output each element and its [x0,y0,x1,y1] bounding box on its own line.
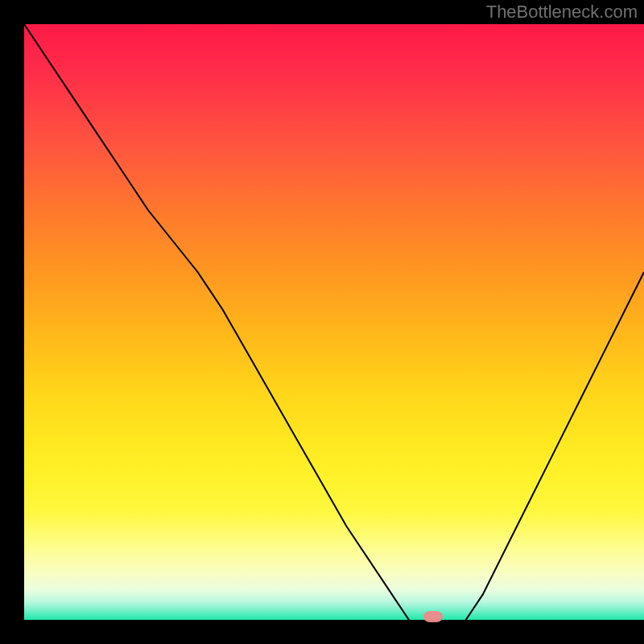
optimal-marker [423,611,443,622]
frame-left [0,24,24,620]
gradient-background [24,24,644,620]
frame-bottom [0,620,644,644]
watermark-text: TheBottleneck.com [486,2,638,23]
chart-container: TheBottleneck.com [0,0,644,644]
plot-area [24,24,644,620]
